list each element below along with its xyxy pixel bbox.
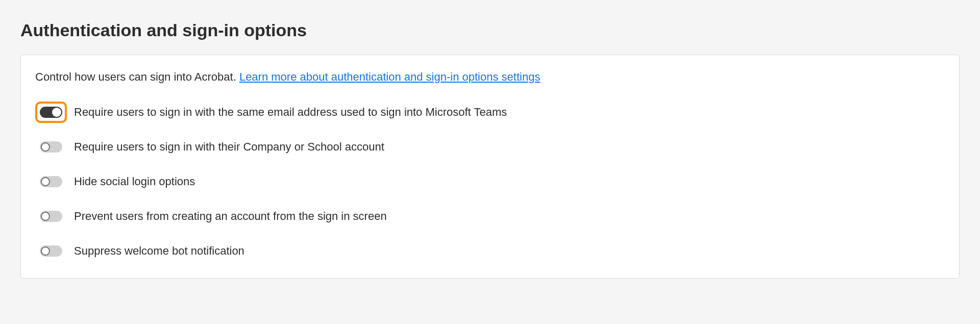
option-hide-social-login: Hide social login options <box>35 171 945 192</box>
option-label: Hide social login options <box>74 175 195 189</box>
option-label: Require users to sign in with the same e… <box>74 105 507 120</box>
page-title: Authentication and sign-in options <box>20 20 960 40</box>
settings-description: Control how users can sign into Acrobat.… <box>35 69 945 85</box>
learn-more-link[interactable]: Learn more about authentication and sign… <box>239 70 541 83</box>
toggle-knob-icon <box>41 212 50 221</box>
toggle-knob-icon <box>52 108 61 117</box>
toggle-container <box>35 171 67 192</box>
toggle-prevent-account-creation[interactable] <box>40 211 62 222</box>
option-label: Prevent users from creating an account f… <box>74 209 387 224</box>
toggle-container <box>35 240 67 262</box>
option-suppress-welcome-bot: Suppress welcome bot notification <box>35 240 945 262</box>
toggle-highlight-box <box>35 102 67 123</box>
option-prevent-account-creation: Prevent users from creating an account f… <box>35 206 945 227</box>
toggle-container <box>35 136 67 158</box>
settings-card: Control how users can sign into Acrobat.… <box>20 55 960 279</box>
option-label: Suppress welcome bot notification <box>74 244 244 259</box>
option-require-company-school: Require users to sign in with their Comp… <box>35 136 945 158</box>
toggle-require-company-school[interactable] <box>40 141 62 153</box>
option-label: Require users to sign in with their Comp… <box>74 140 384 155</box>
toggle-require-same-email[interactable] <box>40 107 62 118</box>
description-text: Control how users can sign into Acrobat. <box>35 70 239 83</box>
toggle-suppress-welcome-bot[interactable] <box>40 245 62 257</box>
toggle-container <box>35 206 67 227</box>
options-list: Require users to sign in with the same e… <box>35 102 945 262</box>
toggle-knob-icon <box>41 246 50 256</box>
option-require-same-email: Require users to sign in with the same e… <box>35 102 945 123</box>
toggle-hide-social-login[interactable] <box>40 176 62 187</box>
toggle-knob-icon <box>41 177 50 186</box>
toggle-knob-icon <box>41 142 50 152</box>
